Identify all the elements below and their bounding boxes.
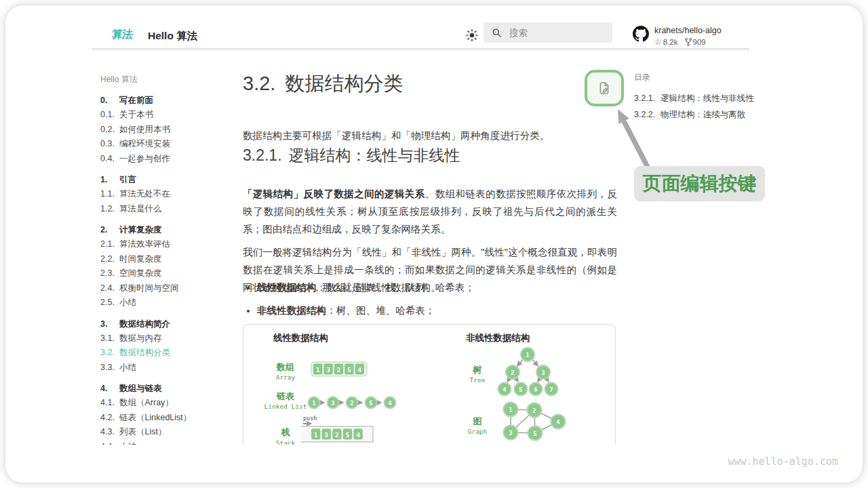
svg-text:1: 1 [509,407,512,413]
svg-text:2: 2 [337,367,340,373]
svg-text:3: 3 [509,430,512,436]
github-repo-link[interactable]: krahets/hello-algo ☆ 8.2k 909 [633,26,722,47]
sun-icon [465,28,479,42]
svg-text:4: 4 [556,419,560,426]
sidebar-nav: Hello 算法 0. 写在前面 0.1. 关于本书 0.2. 如何使用本书 0… [100,73,240,445]
svg-text:树: 树 [473,365,482,375]
sidebar-item-complexity[interactable]: 2. 计算复杂度 [100,222,240,237]
site-logo[interactable]: 算法 [111,28,133,42]
toc-item-logical[interactable]: 3.2.1. 逻辑结构：线性与非线性 [634,90,756,106]
sidebar-item-3-1[interactable]: 3.1. 数据与内存 [100,331,240,346]
github-icon [633,26,649,42]
file-edit-icon [596,80,612,96]
svg-text:4: 4 [388,400,392,407]
data-structure-figure: 线性数据结构 非线性数据结构 数组 Array 1 3 2 5 4 [243,324,616,445]
list-item-nonlinear: 非线性数据结构：树、图、堆、哈希表； [257,304,617,318]
sidebar-item-1-1[interactable]: 1.1. 算法无处不在 [100,187,240,202]
svg-text:1: 1 [312,400,315,407]
svg-text:Array: Array [276,373,296,381]
svg-text:1: 1 [526,352,529,359]
sidebar-item-4-2[interactable]: 4.2. 链表（LinkedList） [100,411,240,426]
figure-left-title: 线性数据结构 [273,333,328,343]
sidebar-item-array-linkedlist[interactable]: 4. 数组与链表 [100,381,240,396]
svg-text:5: 5 [533,430,536,437]
sidebar-item-2-2[interactable]: 2.2. 时间复杂度 [100,252,240,267]
sidebar-item-2-4[interactable]: 2.4. 权衡时间与空间 [100,281,240,296]
svg-text:4: 4 [502,386,507,393]
header-divider [92,48,749,52]
section-heading: 3.2.1.逻辑结构：线性与非线性 [243,145,617,166]
svg-text:Stack: Stack [276,439,296,445]
svg-text:Graph: Graph [468,428,488,435]
svg-text:1: 1 [316,367,319,373]
sidebar-item-2-1[interactable]: 2.1. 算法效率评估 [100,237,240,252]
sidebar-item-root[interactable]: Hello 算法 [100,73,240,86]
fork-icon [685,38,692,46]
browser-viewport: 算法 Hello 算法 [5,5,863,445]
sidebar-item-2-5[interactable]: 2.5. 小结 [100,296,240,310]
sidebar-item-0-3[interactable]: 0.3. 编程环境安装 [100,137,240,152]
tree-diagram: 树 Tree 1 2 3 [470,348,558,396]
array-diagram: 数组 Array 1 3 2 5 4 [276,362,367,381]
repo-stars: 8.2k [663,38,678,46]
watermark: www.hello-algo.com [728,455,838,468]
annotation-label: 页面编辑按键 [634,166,765,201]
sidebar-group-2: 2. 计算复杂度 2.1. 算法效率评估 2.2. 时间复杂度 2.3. 空间复… [100,222,240,310]
repo-name: krahets/hello-algo [654,26,722,36]
svg-text:2: 2 [532,407,536,414]
svg-text:1: 1 [314,432,317,439]
svg-text:2: 2 [511,369,514,376]
sidebar-item-2-3[interactable]: 2.3. 空间复杂度 [100,266,240,281]
svg-text:5: 5 [369,400,372,407]
sidebar-item-0-4[interactable]: 0.4. 一起参与创作 [100,152,240,167]
sidebar-item-1-2[interactable]: 1.2. 算法是什么 [100,202,240,217]
page-title: 3.2.数据结构分类 [243,70,617,98]
svg-text:push: push [303,415,317,422]
sidebar-group-1: 1. 引言 1.1. 算法无处不在 1.2. 算法是什么 [100,172,240,216]
figure-right-title: 非线性数据结构 [466,333,530,343]
sidebar-item-preface[interactable]: 0. 写在前面 [100,93,240,108]
svg-text:5: 5 [519,386,522,393]
repo-forks: 909 [693,38,706,46]
sidebar-group-4: 4. 数组与链表 4.1. 数组（Array） 4.2. 链表（LinkedLi… [100,381,240,445]
toc-title: 目录 [634,72,756,83]
sidebar-group-0: 0. 写在前面 0.1. 关于本书 0.2. 如何使用本书 0.3. 编程环境安… [100,93,240,166]
svg-text:4: 4 [358,367,362,373]
svg-text:3: 3 [331,400,334,407]
sidebar-group-3: 3. 数据结构简介 3.1. 数据与内存 3.2. 数据结构分类 3.3. 小结 [100,317,240,375]
sidebar-item-4-1[interactable]: 4.1. 数组（Array） [100,396,240,411]
sidebar-item-4-3[interactable]: 4.3. 列表（List） [100,425,240,440]
svg-text:5: 5 [346,432,349,439]
sidebar-item-0-2[interactable]: 0.2. 如何使用本书 [100,123,240,138]
theme-toggle-button[interactable] [465,28,479,42]
list-item-linear: 线性数据结构：数组、链表、栈、队列、哈希表； [257,281,617,295]
sidebar-item-3-2-active[interactable]: 3.2. 数据结构分类 [100,346,240,361]
svg-text:Tree: Tree [470,376,486,384]
screenshot-frame: 算法 Hello 算法 [5,5,863,483]
svg-text:链表: 链表 [276,391,295,401]
svg-text:栈: 栈 [281,427,290,437]
search-input[interactable] [508,27,612,39]
linked-list-diagram: 链表 Linked List 1 3 2 5 4 [264,391,396,410]
intro-paragraph: 数据结构主要可根据「逻辑结构」和「物理结构」两种角度进行分类。 [243,127,617,144]
svg-text:5: 5 [347,367,351,373]
sidebar-item-intro[interactable]: 1. 引言 [100,172,240,187]
graph-diagram: 图 Graph 1 [468,403,566,441]
sidebar-item-datastructures[interactable]: 3. 数据结构简介 [100,317,240,331]
annotation-arrow [612,108,660,173]
svg-text:数组: 数组 [276,362,294,372]
repo-stats: ☆ 8.2k 909 [654,37,722,47]
svg-text:7: 7 [549,386,553,393]
svg-text:Linked List: Linked List [264,403,307,410]
search-box[interactable] [484,22,612,43]
site-title[interactable]: Hello 算法 [148,29,197,43]
sidebar-item-4-4[interactable]: 4.4. 小结 [100,440,240,445]
search-icon [492,28,502,38]
sidebar-item-3-3[interactable]: 3.3. 小结 [100,361,240,375]
page-edit-button[interactable] [585,70,624,106]
svg-text:图: 图 [473,416,482,426]
paragraph-logical-structure: 「逻辑结构」反映了数据之间的逻辑关系。数组和链表的数据按照顺序依次排列，反映了数… [243,185,617,238]
structure-type-list: 线性数据结构：数组、链表、栈、队列、哈希表； 非线性数据结构：树、图、堆、哈希表… [243,281,617,318]
sidebar-item-0-1[interactable]: 0.1. 关于本书 [100,108,240,123]
stack-diagram: 栈 Stack push 1 3 2 5 4 [276,415,373,445]
